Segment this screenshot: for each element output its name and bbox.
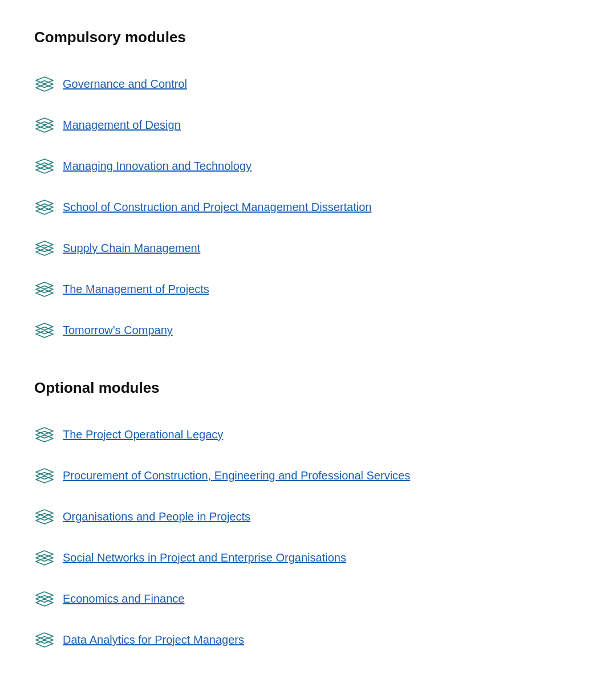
layers-icon (34, 279, 63, 299)
module-link-social-networks[interactable]: Social Networks in Project and Enterpris… (63, 550, 346, 566)
layers-icon (34, 238, 63, 258)
list-item: School of Construction and Project Manag… (34, 186, 582, 227)
layers-icon (34, 115, 63, 135)
layers-icon (34, 320, 63, 340)
layers-icon (34, 197, 63, 217)
page-content: Compulsory modules Governance and Contro… (34, 29, 582, 660)
list-item: The Project Operational Legacy (34, 414, 582, 455)
layers-icon (34, 156, 63, 176)
optional-list: The Project Operational LegacyProcuremen… (34, 414, 582, 660)
layers-icon (34, 588, 63, 609)
layers-icon (34, 424, 63, 445)
layers-icon (34, 74, 63, 94)
module-link-managing-innovation[interactable]: Managing Innovation and Technology (63, 158, 252, 174)
layers-icon (34, 506, 63, 527)
module-link-management-design[interactable]: Management of Design (63, 117, 181, 133)
list-item: Organisations and People in Projects (34, 496, 582, 537)
module-link-dissertation[interactable]: School of Construction and Project Manag… (63, 199, 371, 215)
optional-section: Optional modules The Project Operational… (34, 379, 582, 660)
compulsory-title: Compulsory modules (34, 29, 582, 46)
module-link-data-analytics[interactable]: Data Analytics for Project Managers (63, 632, 244, 648)
module-link-management-projects[interactable]: The Management of Projects (63, 281, 209, 297)
list-item: Supply Chain Management (34, 227, 582, 269)
list-item: Managing Innovation and Technology (34, 145, 582, 186)
module-link-governance[interactable]: Governance and Control (63, 76, 187, 92)
compulsory-list: Governance and ControlManagement of Desi… (34, 63, 582, 351)
module-link-economics-finance[interactable]: Economics and Finance (63, 591, 184, 607)
list-item: Procurement of Construction, Engineering… (34, 455, 582, 496)
optional-title: Optional modules (34, 379, 582, 397)
list-item: The Management of Projects (34, 269, 582, 310)
module-link-tomorrows-company[interactable]: Tomorrow's Company (63, 322, 173, 338)
module-link-supply-chain[interactable]: Supply Chain Management (63, 240, 200, 256)
list-item: Governance and Control (34, 63, 582, 104)
layers-icon (34, 629, 63, 650)
list-item: Social Networks in Project and Enterpris… (34, 537, 582, 578)
module-link-procurement[interactable]: Procurement of Construction, Engineering… (63, 467, 410, 483)
list-item: Data Analytics for Project Managers (34, 619, 582, 660)
layers-icon (34, 547, 63, 568)
list-item: Tomorrow's Company (34, 310, 582, 351)
list-item: Management of Design (34, 104, 582, 145)
module-link-organisations-people[interactable]: Organisations and People in Projects (63, 509, 250, 525)
list-item: Economics and Finance (34, 578, 582, 619)
layers-icon (34, 465, 63, 486)
compulsory-section: Compulsory modules Governance and Contro… (34, 29, 582, 351)
module-link-project-operational[interactable]: The Project Operational Legacy (63, 426, 223, 442)
